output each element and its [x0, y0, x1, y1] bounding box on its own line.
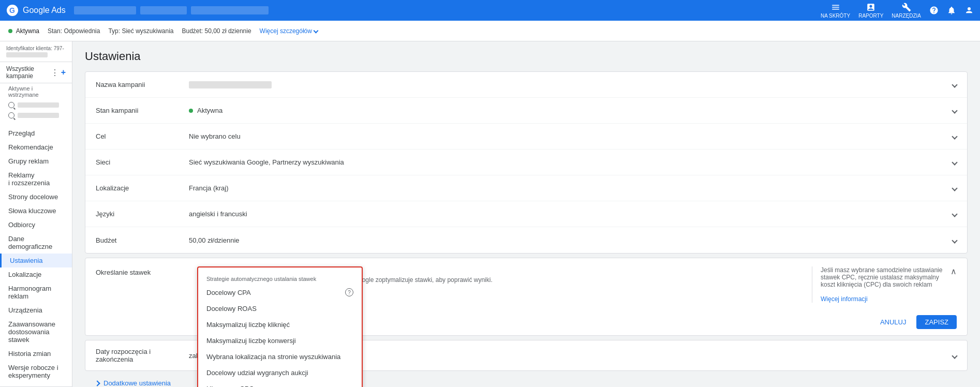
top-bar-actions: NA SKRÓTY RAPORTY NARZĘDZIA: [821, 3, 974, 19]
campaign-name-blurred: [18, 113, 59, 118]
app-title: Google Ads: [23, 6, 66, 15]
account-id-blurred: [6, 52, 48, 57]
add-campaign-icon[interactable]: +: [61, 68, 66, 77]
sidebar-item-zaawansowane[interactable]: Zaawansowanedostosowaniastawek: [0, 317, 72, 347]
dropdown-item-wybrana-lokalizacja[interactable]: Wybrana lokalizacja na stronie wyszukiwa…: [198, 349, 362, 365]
value-sieci: Sieć wyszukiwania Google, Partnerzy wysz…: [189, 158, 953, 166]
main-content: Ustawienia Nazwa kampanii Stan kampanii …: [72, 41, 980, 387]
chevron-budzet-icon[interactable]: [953, 236, 957, 244]
sidebar-item-harmonogram[interactable]: Harmonogramreklam: [0, 281, 72, 303]
settings-row-stan: Stan kampanii Aktywna: [85, 98, 967, 124]
sidebar-item-strony[interactable]: Strony docelowe: [0, 190, 72, 204]
wybrana-lokalizacja-label: Wybrana lokalizacja na stronie wyszukiwa…: [206, 353, 340, 361]
campaign-budzet: Budżet: 50,00 zł dziennie: [182, 27, 251, 35]
maks-klikniec-label: Maksymalizuj liczbę kliknięć: [206, 321, 290, 329]
dropdown-item-ulepszony-cpc[interactable]: Ulepszony CPC: [198, 381, 362, 387]
cancel-button[interactable]: ANULUJ: [876, 315, 911, 329]
sidebar-item-historia[interactable]: Historia zmian: [0, 347, 72, 361]
docelowy-cpa-label: Docelowy CPA: [206, 289, 251, 296]
value-jezyki: angielski i francuski: [189, 210, 953, 218]
campaign-bar: Aktywna Stan: Odpowiednia Typ: Sieć wysz…: [0, 21, 980, 41]
chevron-right-icon: [94, 380, 100, 386]
sidebar-item-odbiorcy[interactable]: Odbiorcy: [0, 218, 72, 232]
breadcrumb-2: [140, 6, 187, 14]
dropdown-item-maks-klikniec[interactable]: Maksymalizuj liczbę kliknięć: [198, 317, 362, 333]
settings-row-budzet: Budżet 50,00 zł/dziennie: [85, 227, 967, 253]
bid-content: CPC ustawiane samodzielnie Wybierz strat…: [197, 266, 804, 291]
dropdown-item-docelowy-udzial[interactable]: Docelowy udział wygranych aukcji: [198, 365, 362, 381]
search-icon: [8, 112, 14, 118]
app-layout: Identyfikator klienta: 797- Wszystkie ka…: [0, 41, 980, 387]
value-budzet: 50,00 zł/dziennie: [189, 236, 953, 244]
chevron-dates-icon[interactable]: [953, 352, 957, 360]
account-button[interactable]: [964, 6, 974, 15]
dropdown-item-docelowy-roas[interactable]: Docelowy ROAS: [198, 301, 362, 317]
sidebar-item-slowa[interactable]: Słowa kluczowe: [0, 204, 72, 218]
lokalizacje-text: Francja (kraj): [189, 184, 229, 192]
chevron-cel-icon[interactable]: [953, 132, 957, 140]
value-stan: Aktywna: [189, 107, 953, 114]
sidebar-item-dane[interactable]: Danedemograficzne: [0, 232, 72, 254]
breadcrumb: [74, 6, 816, 14]
account-id: Identyfikator klienta: 797-: [0, 41, 72, 62]
value-nazwa: [189, 81, 953, 88]
dropdown-item-maks-konwersji[interactable]: Maksymalizuj liczbę konwersji: [198, 333, 362, 349]
campaign-stan: Stan: Odpowiednia: [48, 27, 100, 35]
bid-header-row: Określanie stawek CPC ustawiane samodzie…: [85, 258, 967, 311]
breadcrumb-1: [74, 6, 136, 14]
sidebar-item-grupy-reklam[interactable]: Grupy reklam: [0, 154, 72, 168]
sidebar-item-wersje[interactable]: Wersje robocze ieksperymenty: [0, 361, 72, 382]
narzedzia-button[interactable]: NARZĘDZIA: [892, 3, 921, 19]
label-cel: Cel: [96, 132, 189, 140]
wiecej-szczegolow-link[interactable]: Więcej szczegółów: [260, 27, 318, 35]
bid-right-info: Jeśli masz wybrane samodzielne ustawiani…: [812, 266, 957, 303]
dropdown-item-docelowy-cpa[interactable]: Docelowy CPA ?: [198, 284, 362, 301]
more-options-icon[interactable]: ⋮: [51, 68, 59, 78]
all-campaigns-actions: ⋮ +: [51, 68, 66, 78]
settings-row-nazwa: Nazwa kampanii: [85, 72, 967, 98]
budzet-text: 50,00 zł/dziennie: [189, 236, 240, 244]
sidebar-item-lokalizacje[interactable]: Lokalizacje: [0, 267, 72, 281]
breadcrumb-3: [191, 6, 269, 14]
docelowy-roas-label: Docelowy ROAS: [206, 305, 257, 312]
bid-close-icon[interactable]: ∧: [951, 266, 957, 276]
google-logo-icon: G: [6, 4, 19, 17]
value-cel: Nie wybrano celu: [189, 132, 953, 140]
maks-konwersji-label: Maksymalizuj liczbę konwersji: [206, 337, 296, 345]
dates-label: Daty rozpoczęcia i zakończenia: [96, 348, 189, 363]
sidebar-item-reklamy[interactable]: Reklamyi rozszerzenia: [0, 168, 72, 190]
bid-right-text: Jeśli masz wybrane samodzielne ustawiani…: [821, 266, 951, 288]
sidebar-item-rekomendacje[interactable]: Rekomendacje: [0, 140, 72, 154]
settings-row-jezyki: Języki angielski i francuski: [85, 201, 967, 227]
help-button[interactable]: [929, 6, 939, 15]
label-nazwa: Nazwa kampanii: [96, 81, 189, 88]
chevron-down-icon: [314, 28, 319, 34]
all-campaigns-header[interactable]: Wszystkie kampanie ⋮ +: [0, 62, 72, 83]
sieci-text: Sieć wyszukiwania Google, Partnerzy wysz…: [189, 158, 344, 166]
sidebar-item-przeglad[interactable]: Przegląd: [0, 126, 72, 140]
bid-more-info-link[interactable]: Więcej informacji: [821, 295, 868, 303]
auto-section-label: Strategie automatycznego ustalania stawe…: [198, 272, 362, 284]
search-icon: [8, 102, 14, 108]
chevron-jezyki-icon[interactable]: [953, 210, 957, 218]
chevron-sieci-icon[interactable]: [953, 158, 957, 166]
campaign-name-blurred: [18, 102, 59, 108]
raporty-button[interactable]: RAPORTY: [858, 3, 883, 19]
notifications-button[interactable]: [947, 6, 956, 15]
sidebar-item-ustawienia[interactable]: Ustawienia: [0, 254, 72, 267]
label-sieci: Sieci: [96, 158, 189, 166]
chevron-stan-icon[interactable]: [953, 107, 957, 114]
chevron-nazwa-icon[interactable]: [953, 81, 957, 88]
info-icon[interactable]: ?: [345, 288, 353, 296]
label-budzet: Budżet: [96, 236, 189, 244]
chevron-lokalizacje-icon[interactable]: [953, 184, 957, 192]
bid-dropdown-container: CPC ustawiane samodzielnie Wybierz strat…: [197, 266, 804, 291]
label-lokalizacje: Lokalizacje: [96, 184, 189, 192]
na-skroty-button[interactable]: NA SKRÓTY: [821, 3, 850, 19]
additional-settings-label: Dodatkowe ustawienia: [103, 379, 171, 387]
page-title: Ustawienia: [85, 50, 968, 63]
save-button[interactable]: ZAPISZ: [916, 315, 957, 329]
stan-text: Aktywna: [197, 107, 222, 114]
campaign-entry-1: [0, 100, 72, 110]
sidebar-item-urzadzenia[interactable]: Urządzenia: [0, 303, 72, 317]
